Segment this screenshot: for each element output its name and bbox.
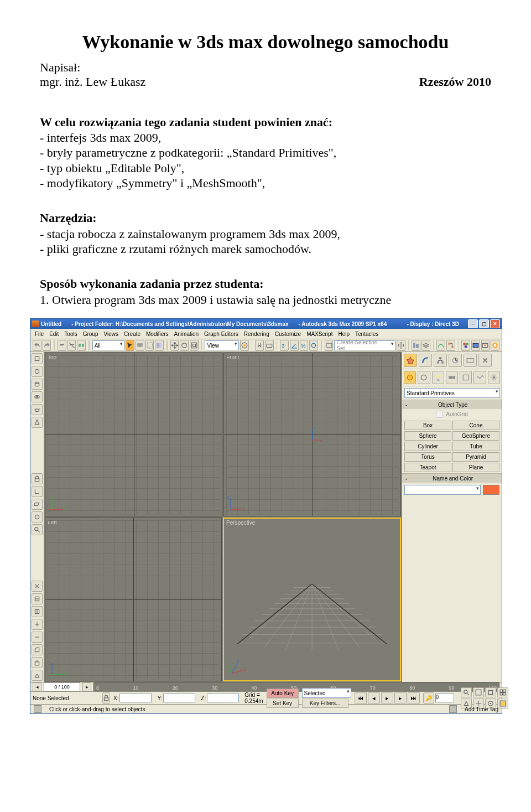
rail-grow-icon[interactable] (32, 619, 43, 630)
rail-torus-icon[interactable] (32, 391, 43, 402)
rail-plane-icon[interactable] (32, 499, 43, 510)
spacewarps-icon[interactable] (473, 371, 486, 384)
keyboard-shortcut-icon[interactable] (265, 340, 274, 351)
obj-cylinder-button[interactable]: Cylinder (404, 442, 451, 451)
display-tab-icon[interactable] (464, 354, 477, 367)
zoom-icon[interactable] (461, 687, 472, 697)
window-crossing-icon[interactable] (155, 340, 164, 351)
rail-extrude-icon[interactable] (32, 657, 43, 668)
time-prev-icon[interactable]: ◂ (33, 682, 41, 691)
script-listener-icon[interactable] (34, 705, 41, 713)
bind-icon[interactable] (77, 340, 86, 351)
link-icon[interactable] (58, 340, 66, 351)
coord-z-input[interactable] (207, 694, 239, 702)
rail-shrink-icon[interactable] (32, 632, 43, 643)
helpers-icon[interactable] (460, 371, 472, 384)
material-editor-icon[interactable] (461, 340, 470, 351)
zoom-all-icon[interactable] (473, 687, 484, 697)
object-name-input[interactable] (404, 485, 481, 495)
coord-y-input[interactable] (163, 694, 195, 702)
viewport-perspective[interactable]: Perspective (223, 518, 401, 681)
key-icon[interactable]: 🔑 (423, 692, 434, 704)
addtimetag-button[interactable]: Add Time Tag (465, 706, 498, 712)
time-next-icon[interactable]: ▸ (82, 682, 91, 691)
snap-toggle-icon[interactable]: 3 (280, 340, 289, 351)
unlink-icon[interactable] (67, 340, 76, 351)
autogrid-checkbox[interactable] (436, 411, 443, 418)
play-icon[interactable]: ▸ (381, 692, 393, 704)
viewport-left[interactable]: Left zy (45, 518, 222, 681)
layers-icon[interactable] (421, 340, 430, 351)
manipulate-icon[interactable] (255, 340, 264, 351)
obj-geosphere-button[interactable]: GeoSphere (452, 431, 499, 441)
render-frame-icon[interactable] (481, 340, 490, 351)
menu-maxscript[interactable]: MAXScript (304, 331, 335, 337)
goto-start-icon[interactable]: ⏮ (355, 692, 367, 704)
goto-end-icon[interactable]: ⏭ (408, 692, 420, 704)
menu-edit[interactable]: Edit (47, 331, 61, 337)
snap-settings-icon[interactable] (449, 705, 457, 713)
redo-icon[interactable] (43, 340, 51, 351)
move-icon[interactable] (170, 340, 179, 351)
named-selection-icon[interactable] (325, 340, 334, 351)
name-color-header[interactable]: -Name and Color (402, 473, 502, 483)
select-region-icon[interactable] (145, 340, 154, 351)
menu-tools[interactable]: Tools (62, 331, 79, 337)
menu-create[interactable]: Create (122, 331, 143, 337)
mirror-icon[interactable] (397, 340, 405, 351)
rail-zoom-icon[interactable] (32, 524, 43, 535)
ref-coord-combo[interactable]: View (205, 340, 239, 350)
pivot-icon[interactable] (240, 340, 249, 351)
menu-views[interactable]: Views (102, 331, 121, 337)
rail-axis-icon[interactable] (32, 486, 43, 497)
selection-filter[interactable]: All (92, 340, 125, 350)
hierarchy-tab-icon[interactable] (434, 354, 447, 367)
rail-chamfer-icon[interactable] (32, 644, 43, 655)
menu-help[interactable]: Help (336, 331, 352, 337)
render-icon[interactable] (491, 340, 499, 351)
shapes-icon[interactable] (418, 371, 430, 384)
obj-torus-button[interactable]: Torus (404, 452, 451, 462)
maximize-viewport-icon[interactable] (497, 699, 508, 708)
obj-sphere-button[interactable]: Sphere (404, 431, 451, 441)
menu-tentacles[interactable]: Tentacles (353, 331, 381, 337)
menu-file[interactable]: File (33, 331, 46, 337)
select-object-icon[interactable] (126, 340, 134, 351)
select-by-name-icon[interactable] (136, 340, 144, 351)
keymode-combo[interactable]: Selected (302, 688, 351, 698)
modify-tab-icon[interactable] (419, 354, 432, 367)
menu-rendering[interactable]: Rendering (242, 331, 272, 337)
rail-bevel-icon[interactable] (32, 670, 43, 681)
spinner-snap-icon[interactable] (309, 340, 318, 351)
utilities-tab-icon[interactable] (478, 354, 492, 367)
curve-editor-icon[interactable] (436, 340, 445, 351)
rail-teapot-icon[interactable] (32, 404, 43, 415)
rail-slice-icon[interactable] (32, 581, 43, 592)
obj-pyramid-button[interactable]: Pyramid (452, 452, 499, 462)
named-selection-combo[interactable]: Create Selection Set (334, 340, 395, 350)
zoom-extents-all-icon[interactable] (497, 687, 508, 697)
undo-icon[interactable] (33, 340, 41, 351)
menu-modifiers[interactable]: Modifiers (144, 331, 171, 337)
rail-cone-icon[interactable] (32, 417, 43, 428)
percent-snap-icon[interactable]: % (300, 340, 309, 351)
menu-group[interactable]: Group (81, 331, 101, 337)
menu-animation[interactable]: Animation (172, 331, 201, 337)
motion-tab-icon[interactable] (449, 354, 462, 367)
align-icon[interactable] (412, 340, 420, 351)
color-swatch[interactable] (483, 485, 499, 495)
viewport-front[interactable]: Front zx zx (223, 353, 401, 516)
menubar[interactable]: File Edit Tools Group Views Create Modif… (30, 329, 502, 339)
prev-frame-icon[interactable]: ◂ (368, 692, 380, 704)
zoom-extents-icon[interactable] (485, 687, 496, 697)
render-setup-icon[interactable] (471, 340, 480, 351)
category-combo[interactable]: Standard Primitives (404, 388, 500, 398)
rotate-icon[interactable] (180, 340, 189, 351)
obj-teapot-button[interactable]: Teapot (404, 463, 451, 472)
time-slider[interactable]: 0 / 100 (44, 682, 80, 691)
selection-lock-icon[interactable] (102, 692, 110, 704)
maximize-button[interactable]: ▢ (479, 319, 489, 328)
rail-sphere-icon[interactable] (32, 366, 43, 377)
rail-box-icon[interactable] (32, 353, 43, 364)
rail-ring-icon[interactable] (32, 606, 43, 617)
